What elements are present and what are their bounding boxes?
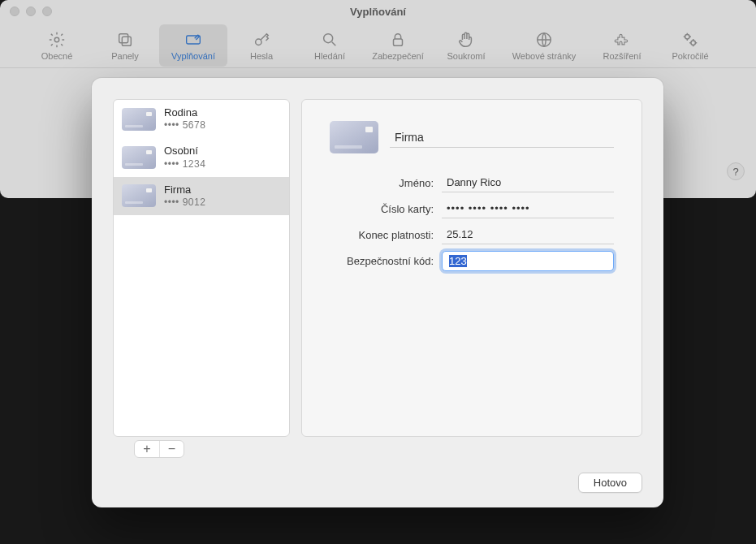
- svg-rect-3: [187, 36, 201, 44]
- gear-icon: [47, 30, 67, 50]
- toolbar-label: Hesla: [250, 51, 273, 61]
- name-input[interactable]: [442, 173, 614, 192]
- number-input[interactable]: [442, 199, 614, 218]
- toolbar-tabs[interactable]: Panely: [91, 24, 159, 67]
- svg-rect-6: [394, 39, 403, 45]
- lock-icon: [388, 30, 408, 50]
- remove-button[interactable]: −: [159, 441, 184, 457]
- toolbar-search[interactable]: Hledání: [296, 24, 364, 67]
- svg-point-4: [256, 39, 261, 45]
- card-digits: •••• 1234: [164, 158, 205, 171]
- credit-card-icon: [122, 146, 156, 169]
- tabs-icon: [115, 30, 135, 50]
- security-code-input[interactable]: [442, 251, 614, 271]
- toolbar-label: Webové stránky: [512, 51, 577, 61]
- add-remove-control: + −: [134, 440, 184, 458]
- toolbar-label: Pokročilé: [672, 51, 708, 61]
- key-icon: [252, 30, 271, 50]
- gears-icon: [680, 30, 700, 50]
- search-icon: [320, 30, 339, 50]
- help-button[interactable]: ?: [727, 162, 745, 180]
- toolbar-security[interactable]: Zabezpečení: [364, 24, 432, 67]
- toolbar-label: Zabezpečení: [372, 51, 424, 61]
- hand-icon: [456, 30, 476, 50]
- toolbar: Obecné Panely Vyplňování Hesla Hledání: [0, 23, 756, 68]
- titlebar: Vyplňování: [0, 0, 756, 23]
- credit-card-icon: [122, 184, 156, 207]
- toolbar-label: Panely: [111, 51, 139, 61]
- svg-point-5: [324, 34, 333, 43]
- toolbar-general[interactable]: Obecné: [23, 24, 91, 67]
- card-item[interactable]: Osobní •••• 1234: [114, 138, 289, 176]
- toolbar-label: Rozšíření: [603, 51, 641, 61]
- svg-point-8: [685, 35, 690, 40]
- credit-card-sheet: Rodina •••• 5678 Osobní •••• 1234 Firma: [92, 78, 663, 507]
- toolbar-privacy[interactable]: Soukromí: [432, 24, 500, 67]
- expiry-input[interactable]: [442, 225, 614, 244]
- toolbar-extensions[interactable]: Rozšíření: [588, 24, 656, 67]
- toolbar-websites[interactable]: Webové stránky: [500, 24, 588, 67]
- globe-icon: [534, 30, 554, 50]
- svg-rect-2: [122, 37, 131, 45]
- credit-card-icon: [330, 121, 378, 153]
- card-name: Firma: [164, 183, 205, 196]
- svg-point-9: [691, 41, 696, 45]
- card-name: Rodina: [164, 106, 205, 119]
- card-item[interactable]: Firma •••• 9012: [114, 177, 289, 215]
- svg-point-0: [54, 37, 59, 42]
- card-list: Rodina •••• 5678 Osobní •••• 1234 Firma: [113, 99, 290, 437]
- detail-panel: Jméno: Číslo karty: Konec platnosti: Bez…: [301, 99, 642, 437]
- add-button[interactable]: +: [135, 441, 159, 457]
- toolbar-autofill[interactable]: Vyplňování: [159, 24, 227, 67]
- number-label: Číslo karty:: [330, 203, 434, 215]
- credit-card-icon: [122, 108, 156, 131]
- name-label: Jméno:: [330, 177, 434, 189]
- toolbar-label: Hledání: [314, 51, 345, 61]
- card-title-input[interactable]: [390, 127, 614, 148]
- toolbar-passwords[interactable]: Hesla: [227, 24, 296, 67]
- toolbar-label: Obecné: [41, 51, 73, 61]
- toolbar-label: Vyplňování: [171, 51, 215, 61]
- autofill-icon: [184, 30, 203, 50]
- card-digits: •••• 5678: [164, 119, 205, 132]
- card-name: Osobní: [164, 145, 205, 158]
- toolbar-label: Soukromí: [447, 51, 485, 61]
- window-title: Vyplňování: [0, 6, 756, 18]
- puzzle-icon: [612, 30, 632, 50]
- toolbar-advanced[interactable]: Pokročilé: [656, 24, 724, 67]
- svg-rect-1: [119, 34, 128, 43]
- card-item[interactable]: Rodina •••• 5678: [114, 100, 289, 138]
- done-button[interactable]: Hotovo: [578, 473, 642, 493]
- card-digits: •••• 9012: [164, 196, 205, 209]
- security-label: Bezpečnostní kód:: [330, 255, 434, 267]
- expiry-label: Konec platnosti:: [330, 229, 434, 241]
